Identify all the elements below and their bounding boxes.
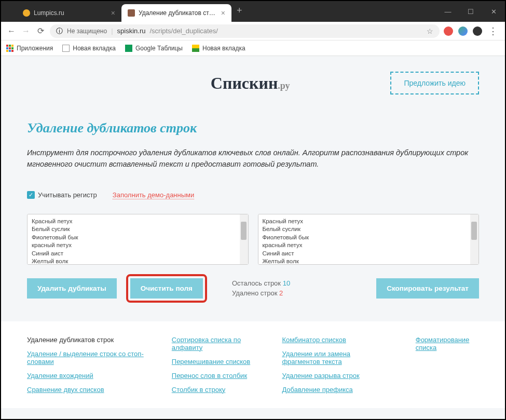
close-button[interactable]: ✕	[482, 1, 505, 22]
page-title: Удаление дубликатов строк	[27, 120, 479, 136]
footer-link[interactable]: Сортировка списка по алфавиту	[172, 336, 256, 351]
svg-rect-1	[9, 45, 11, 47]
remaining-count: 10	[283, 279, 290, 287]
footer-links: Удаление дубликатов строк Удаление / выд…	[1, 321, 505, 408]
bookmark-label: Новая вкладка	[73, 45, 116, 52]
scrollbar[interactable]	[240, 214, 248, 264]
footer-column: Сортировка списка по алфавиту Перемешива…	[172, 336, 256, 394]
page-header: Спискин.ру Предложить идею	[27, 72, 479, 94]
footer-link[interactable]: Сравнение двух списков	[27, 386, 146, 394]
svg-rect-5	[11, 47, 13, 49]
removed-count: 2	[279, 289, 283, 297]
footer-link: Удаление дубликатов строк	[27, 336, 146, 344]
tab-title: Удаление дубликатов строк - уд	[139, 9, 217, 17]
bookmarks-bar: Приложения Новая вкладка Google Таблицы …	[1, 40, 505, 56]
svg-rect-8	[11, 50, 13, 52]
url-path: /scripts/del_duplicates/	[149, 27, 218, 35]
image-icon	[192, 45, 199, 52]
footer-link[interactable]: Перемешивание списков	[172, 358, 256, 365]
forward-button[interactable]: →	[21, 26, 31, 36]
bookmark-label: Приложения	[17, 45, 53, 52]
close-icon[interactable]: ×	[111, 9, 115, 17]
menu-button[interactable]: ⋮	[486, 25, 500, 37]
browser-tab-active[interactable]: Удаление дубликатов строк - уд ×	[121, 4, 231, 22]
checkmark-icon: ✓	[27, 191, 35, 199]
highlighted-button-frame: Очистить поля	[126, 274, 207, 303]
footer-link[interactable]: Удаление / выделение строк со стоп-слова…	[27, 350, 146, 365]
svg-rect-0	[6, 45, 8, 47]
footer-link[interactable]: Удаление разрыва строк	[282, 372, 389, 380]
window-controls: — ☐ ✕	[436, 1, 505, 22]
extension-icon[interactable]	[458, 26, 468, 36]
footer-column: Комбинатор списков Удаление или замена ф…	[282, 336, 389, 394]
scrollbar[interactable]	[470, 214, 478, 264]
address-bar: ← → ⟳ ⓘ Не защищено | spiskin.ru/scripts…	[1, 22, 505, 40]
close-icon[interactable]: ×	[221, 9, 225, 17]
clear-fields-button[interactable]: Очистить поля	[130, 278, 203, 299]
footer-link[interactable]: Удаление вхождений	[27, 372, 146, 380]
profile-avatar[interactable]	[473, 26, 482, 36]
back-button[interactable]: ←	[6, 26, 17, 36]
bookmark-item[interactable]: Новая вкладка	[192, 45, 245, 52]
page-content: Спискин.ру Предложить идею Удаление дубл…	[1, 56, 505, 419]
security-icon: ⓘ	[56, 26, 63, 36]
url-domain: spiskin.ru	[117, 27, 146, 35]
bookmark-item[interactable]: Новая вкладка	[62, 45, 116, 52]
remove-duplicates-button[interactable]: Удалить дубликаты	[27, 278, 117, 299]
favicon-icon	[23, 9, 30, 17]
reload-button[interactable]: ⟳	[35, 26, 46, 36]
doc-icon	[62, 45, 70, 52]
minimize-button[interactable]: —	[436, 1, 459, 22]
svg-rect-7	[9, 50, 11, 52]
copy-result-button[interactable]: Скопировать результат	[376, 278, 479, 299]
svg-rect-3	[6, 47, 8, 49]
demo-data-link[interactable]: Заполнить демо-данными	[113, 191, 194, 199]
footer-column: Форматирование списка	[416, 336, 479, 394]
stats-block: Осталось строк 10 Удалено строк 2	[232, 278, 290, 299]
bookmark-apps[interactable]: Приложения	[6, 45, 53, 52]
footer-link[interactable]: Удаление или замена фрагментов текста	[282, 350, 389, 365]
url-input[interactable]: ⓘ Не защищено | spiskin.ru/scripts/del_d…	[50, 24, 440, 38]
svg-rect-2	[11, 45, 13, 47]
footer-link[interactable]: Столбик в строку	[172, 386, 256, 394]
footer-link[interactable]: Форматирование списка	[416, 336, 479, 351]
textarea-row: Красный петух Белый суслик Фиолетовый бы…	[27, 214, 479, 267]
maximize-button[interactable]: ☐	[459, 1, 482, 22]
tab-title: Lumpics.ru	[34, 9, 64, 17]
new-tab-button[interactable]: +	[231, 5, 248, 16]
output-textarea[interactable]: Красный петух Белый суслик Фиолетовый бы…	[258, 214, 480, 265]
favicon-icon	[128, 9, 135, 17]
bookmark-label: Google Таблицы	[135, 45, 183, 52]
extension-icon[interactable]	[444, 26, 453, 36]
footer-link[interactable]: Перенос слов в столбик	[172, 372, 256, 380]
options-row: ✓ Учитывать регистр Заполнить демо-данны…	[27, 191, 479, 199]
footer-link[interactable]: Комбинатор списков	[282, 336, 389, 344]
case-sensitive-checkbox[interactable]: ✓ Учитывать регистр	[27, 191, 97, 199]
apps-icon	[6, 45, 13, 52]
footer-column: Удаление дубликатов строк Удаление / выд…	[27, 336, 146, 394]
extension-icons	[444, 26, 482, 36]
checkbox-label: Учитывать регистр	[38, 191, 97, 199]
browser-tab-inactive[interactable]: Lumpics.ru ×	[17, 4, 121, 22]
svg-rect-6	[6, 50, 8, 52]
suggest-idea-button[interactable]: Предложить идею	[390, 72, 479, 94]
browser-titlebar: Lumpics.ru × Удаление дубликатов строк -…	[1, 1, 505, 22]
security-text: Не защищено	[67, 28, 107, 35]
svg-rect-4	[9, 47, 11, 49]
site-logo: Спискин.ру	[110, 74, 390, 93]
page-description: Инструмент для построчного удаления дубл…	[27, 147, 479, 170]
bookmark-item[interactable]: Google Таблицы	[125, 45, 183, 52]
bookmark-star-icon[interactable]: ☆	[427, 27, 433, 35]
input-textarea[interactable]: Красный петух Белый суслик Фиолетовый бы…	[27, 214, 249, 265]
actions-row: Удалить дубликаты Очистить поля Осталось…	[27, 274, 479, 303]
sheets-icon	[125, 45, 132, 52]
footer-link[interactable]: Добавление префикса	[282, 386, 389, 394]
bookmark-label: Новая вкладка	[202, 45, 245, 52]
